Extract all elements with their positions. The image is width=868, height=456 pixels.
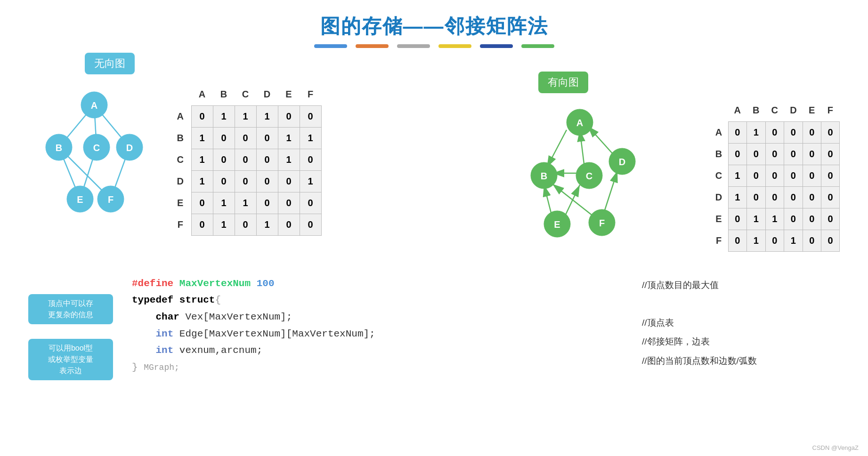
code-int-edge-line: int Edge[MaxVertexNum][MaxVertexNum]; [132,326,614,343]
comment4: //图的当前顶点数和边数/弧数 [642,353,840,368]
code-int-vex-line: int vexnum,arcnum; [132,342,614,359]
directed-cell-0-0: 0 [728,121,747,143]
dir-row-label-F: F [709,230,728,251]
svg-text:A: A [576,118,583,128]
directed-cell-5-5: 0 [821,230,839,251]
directed-cell-5-1: 1 [747,230,766,251]
row-label-C: C [170,149,191,170]
directed-cell-5-3: 1 [784,230,803,251]
directed-graph-svg: A B C D E F [510,98,651,248]
undirected-cell-2-2: 0 [235,149,256,170]
directed-cell-1-4: 0 [803,143,821,165]
undirected-cell-4-2: 1 [235,192,256,214]
undirected-cell-1-3: 0 [256,127,278,149]
row-label-F: F [170,214,191,235]
directed-cell-3-5: 0 [821,186,839,208]
dir-row-label-A: A [709,121,728,143]
undirected-cell-0-0: 0 [191,105,213,127]
dir-row-label-B: B [709,143,728,165]
directed-cell-1-0: 0 [728,143,747,165]
undirected-cell-0-1: 1 [213,105,235,127]
legend-bar-6 [521,44,554,48]
col-header-F: F [300,84,321,105]
undirected-cell-3-5: 1 [300,170,321,192]
directed-label: 有向图 [538,72,588,93]
undirected-cell-3-0: 1 [191,170,213,192]
undirected-cell-5-1: 1 [213,214,235,235]
directed-cell-0-5: 0 [821,121,839,143]
undirected-cell-1-2: 0 [235,127,256,149]
directed-cell-0-1: 1 [747,121,766,143]
row-label-A: A [170,105,191,127]
directed-cell-4-1: 1 [747,208,766,230]
undirected-cell-3-3: 0 [256,170,278,192]
legend-bar-4 [438,44,471,48]
undirected-cell-4-4: 0 [278,192,300,214]
comments-right: //顶点数目的最大值 //顶点表 //邻接矩阵，边表 //图的当前顶点数和边数/… [642,275,840,376]
legend-bar-2 [356,44,389,48]
undirected-cell-3-4: 0 [278,170,300,192]
undirected-cell-5-3: 1 [256,214,278,235]
dir-matrix-corner [709,100,728,121]
undirected-cell-2-5: 0 [300,149,321,170]
undirected-label: 无向图 [85,53,135,74]
svg-text:B: B [541,171,547,181]
directed-cell-2-1: 0 [747,165,766,186]
undirected-matrix-table: A B C D E F A011100B100011C100010D100001… [170,84,322,236]
undirected-cell-4-3: 0 [256,192,278,214]
dir-row-label-E: E [709,208,728,230]
legend-bar-3 [397,44,430,48]
directed-cell-4-5: 0 [821,208,839,230]
undirected-cell-4-1: 1 [213,192,235,214]
row-label-B: B [170,127,191,149]
directed-cell-5-4: 0 [803,230,821,251]
svg-text:C: C [93,143,100,153]
legend-bars [0,44,868,48]
undirected-cell-5-5: 0 [300,214,321,235]
section-directed: 有向图 [510,72,840,252]
code-typedef-line: typedef struct{ [132,292,614,309]
undirected-cell-1-1: 0 [213,127,235,149]
page-title: 图的存储——邻接矩阵法 [0,0,868,40]
undirected-cell-3-1: 0 [213,170,235,192]
directed-cell-0-2: 0 [765,121,784,143]
undirected-graph-svg: A B C D E F [28,79,160,230]
directed-cell-4-2: 1 [765,208,784,230]
undirected-cell-0-2: 1 [235,105,256,127]
undirected-cell-0-3: 1 [256,105,278,127]
comment2: //顶点表 [642,315,840,330]
col-header-E: E [278,84,300,105]
directed-cell-2-4: 0 [803,165,821,186]
watermark: CSDN @VengaZ [812,444,859,451]
undirected-cell-2-1: 0 [213,149,235,170]
directed-cell-3-1: 0 [747,186,766,208]
directed-matrix: A B C D E F A010000B000000C100000D100000… [709,100,840,252]
directed-cell-2-0: 1 [728,165,747,186]
directed-cell-1-1: 0 [747,143,766,165]
matrix-corner [170,84,191,105]
undirected-cell-4-5: 0 [300,192,321,214]
undirected-cell-2-0: 1 [191,149,213,170]
section-undirected: 无向图 A B C [28,53,358,252]
svg-text:D: D [619,157,625,167]
svg-text:D: D [126,143,133,153]
col-header-A: A [191,84,213,105]
directed-cell-4-4: 0 [803,208,821,230]
svg-line-20 [547,130,567,168]
directed-cell-4-0: 0 [728,208,747,230]
comment3: //邻接矩阵，边表 [642,334,840,349]
svg-text:E: E [77,194,83,205]
legend-bar-1 [314,44,347,48]
comment-blank1 [642,296,840,312]
directed-cell-2-2: 0 [765,165,784,186]
svg-line-27 [603,171,617,215]
directed-cell-3-0: 1 [728,186,747,208]
code-block: #define MaxVertexNum 100 typedef struct{… [132,275,614,376]
svg-text:E: E [554,219,560,230]
directed-cell-1-3: 0 [784,143,803,165]
undirected-cell-1-0: 1 [191,127,213,149]
bubble2: 可以用bool型或枚举型变量表示边 [28,339,113,380]
svg-line-24 [544,185,552,215]
undirected-cell-5-2: 0 [235,214,256,235]
directed-cell-5-2: 0 [765,230,784,251]
